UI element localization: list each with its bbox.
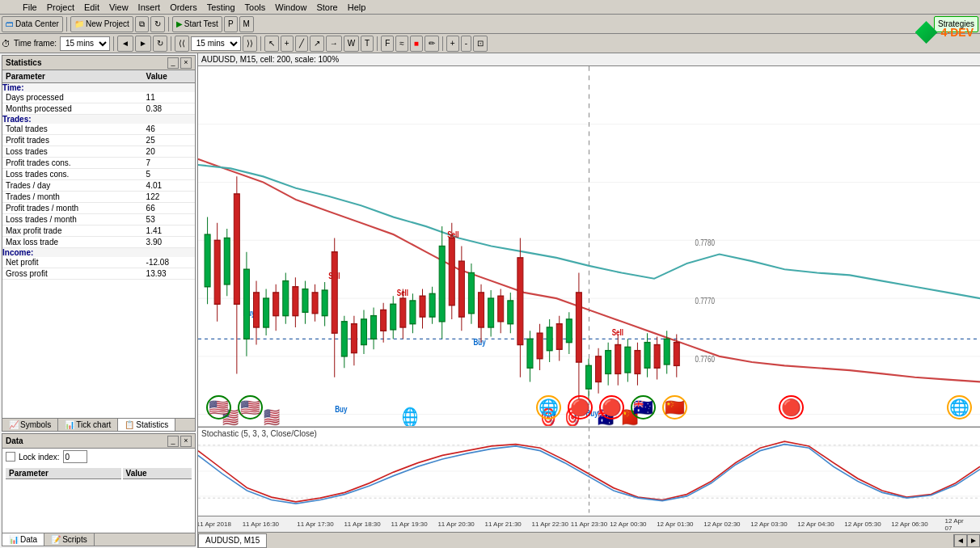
param-header: Parameter [2, 70, 143, 83]
menu-item-view[interactable]: View [104, 2, 133, 13]
toolbar-2: ⏱ Time frame: 15 mins 1 min 5 mins 30 mi… [0, 34, 980, 53]
data-tab-label: Scripts [62, 535, 87, 544]
period-select[interactable]: 15 mins 1 min 5 mins [191, 36, 241, 51]
data-param-header: Parameter [6, 468, 121, 479]
data-table-header: Parameter Value [6, 468, 192, 479]
separator-5 [260, 36, 261, 51]
chart-svg: Buy [198, 66, 980, 426]
trendline-btn[interactable]: ↗ [310, 36, 324, 52]
data-tab-scripts[interactable]: 📝Scripts [44, 533, 95, 546]
tb-copy-btn[interactable]: ⧉ [135, 16, 149, 32]
stats-param: Max loss trade [2, 237, 143, 248]
stats-value: -12.08 [143, 257, 195, 268]
svg-rect-133 [585, 365, 591, 389]
flag-au: 🇦🇺 [598, 406, 614, 426]
stats-row: Income: [2, 248, 195, 258]
data-center-button[interactable]: 🗃 Data Center [2, 16, 63, 32]
time-label-2: 11 Apr 17:30 [297, 521, 333, 528]
color-btn[interactable]: ■ [410, 36, 423, 52]
menu-item-orders[interactable]: Orders [165, 2, 202, 13]
svg-rect-32 [273, 293, 279, 316]
menu-item-insert[interactable]: Insert [133, 2, 166, 13]
menu-item-help[interactable]: Help [343, 2, 371, 13]
text-tool-btn[interactable]: W [344, 36, 359, 52]
new-project-button[interactable]: 📁 New Project [70, 16, 133, 32]
lock-index-label: Lock index: [19, 453, 60, 462]
menu-item-store[interactable]: Store [311, 2, 342, 13]
period-next-btn[interactable]: ⟩⟩ [243, 36, 257, 52]
tab-icon: 📊 [65, 420, 74, 429]
data-minimize-btn[interactable]: _ [167, 436, 179, 447]
fit-btn[interactable]: ⊡ [473, 36, 488, 52]
wave-btn[interactable]: ≈ [395, 36, 408, 52]
period-prev-btn[interactable]: ⟨⟨ [175, 36, 189, 52]
stats-value: 25 [143, 135, 195, 146]
svg-rect-51 [332, 252, 337, 333]
stats-value: 122 [143, 192, 195, 203]
menu-item-window[interactable]: Window [270, 2, 311, 13]
start-test-button[interactable]: ▶ Start Test [172, 16, 222, 32]
tb-refresh-btn[interactable]: ↻ [150, 16, 165, 32]
scroll-right-btn[interactable]: ► [967, 534, 980, 547]
m-button[interactable]: M [239, 16, 254, 32]
stats-section-label: Trades: [2, 115, 195, 124]
timeframe-select[interactable]: 15 mins 1 min 5 mins 30 mins 1 hour 4 ho… [60, 36, 110, 51]
data-tabs: 📊Data📝Scripts [2, 533, 195, 546]
svg-rect-124 [556, 324, 562, 350]
svg-rect-159 [664, 339, 670, 365]
menu-item-testing[interactable]: Testing [202, 2, 240, 13]
stats-tab-statistics[interactable]: 📋Statistics [118, 419, 175, 431]
time-label-5: 11 Apr 20:30 [437, 521, 474, 528]
time-label-8: 11 Apr 23:30 [571, 521, 607, 528]
menu-item-project[interactable]: Project [42, 2, 79, 13]
stats-tab-tick-chart[interactable]: 📊Tick chart [58, 419, 118, 431]
zoom-out-btn[interactable]: - [461, 36, 471, 52]
draw-btn[interactable]: ✏ [425, 36, 439, 52]
nav-left-btn[interactable]: ◄ [117, 36, 133, 52]
chart-area[interactable]: Buy [198, 66, 980, 548]
nav-right-btn[interactable]: ► [135, 36, 151, 52]
scroll-left-btn[interactable]: ◄ [954, 534, 967, 547]
chart-tab-audusd[interactable]: AUDUSD, M15 [198, 533, 267, 548]
stats-section-label: Time: [2, 83, 195, 93]
time-label-13: 12 Apr 04:30 [797, 521, 834, 528]
text2-tool-btn[interactable]: T [361, 36, 374, 52]
stats-header: Parameter Value [2, 70, 195, 83]
data-close-btn[interactable]: × [180, 436, 192, 447]
svg-rect-38 [293, 287, 298, 316]
menu-item-edit[interactable]: Edit [79, 2, 104, 13]
nav-refresh-btn[interactable]: ↻ [153, 36, 167, 52]
fib-btn[interactable]: F [381, 36, 394, 52]
svg-rect-44 [312, 293, 318, 314]
line-tool-btn[interactable]: ╱ [295, 36, 308, 52]
data-content: Parameter Value [2, 465, 195, 533]
time-label-4: 11 Apr 19:30 [391, 521, 427, 528]
flag-globe: 🌐 [402, 406, 418, 426]
main-chart[interactable]: Buy [198, 66, 980, 427]
lock-index-input[interactable] [63, 450, 87, 463]
stats-row: Net profit-12.08 [2, 257, 195, 268]
p-button[interactable]: P [224, 16, 238, 32]
data-tab-label: Data [20, 535, 37, 544]
menu-item-file[interactable]: File [18, 2, 42, 13]
panel-minimize-btn[interactable]: _ [167, 57, 179, 69]
zoom-in-btn[interactable]: + [446, 36, 459, 52]
data-tab-data[interactable]: 📊Data [2, 533, 44, 546]
menu-item-tools[interactable]: Tools [240, 2, 271, 13]
stats-tab-symbols[interactable]: 📈Symbols [2, 419, 58, 431]
data-tab-icon: 📝 [51, 535, 61, 544]
svg-rect-140 [606, 351, 611, 374]
panel-close-btn[interactable]: × [180, 57, 192, 69]
stats-param: Months processed [2, 103, 143, 115]
crosshair-btn[interactable]: + [281, 36, 294, 52]
stats-param: Total trades [2, 124, 143, 135]
stats-value: 1.41 [143, 226, 195, 237]
svg-text:Buy: Buy [335, 403, 348, 414]
stats-value: 7 [143, 158, 195, 169]
separator-1 [66, 17, 67, 32]
ray-btn[interactable]: → [326, 36, 342, 52]
logo-area: 4·DEV [915, 21, 974, 44]
svg-rect-64 [371, 316, 377, 339]
lock-index-checkbox[interactable] [6, 452, 15, 462]
cursor-tool-btn[interactable]: ↖ [264, 36, 279, 52]
